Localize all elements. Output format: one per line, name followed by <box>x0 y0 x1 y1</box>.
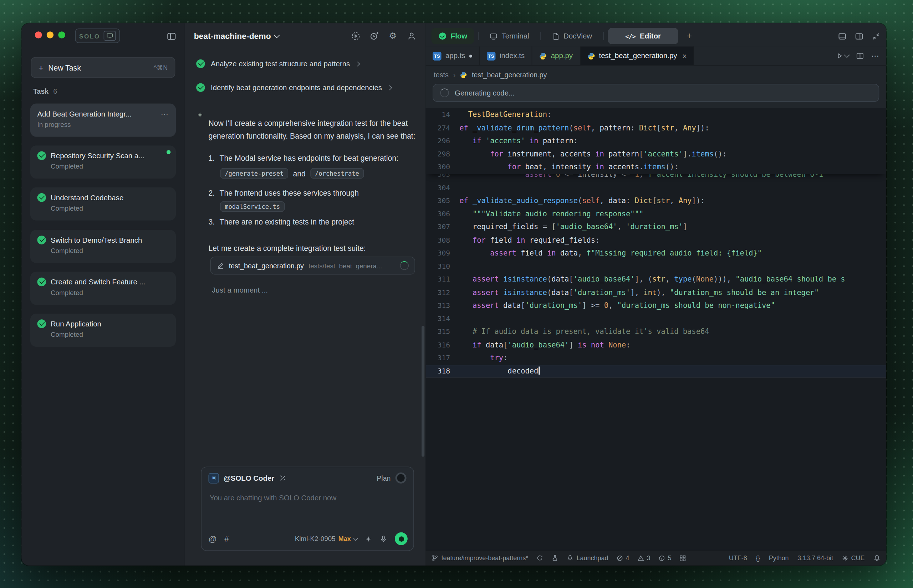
code-line[interactable]: 309 assert field in data, f"Missing requ… <box>426 247 886 260</box>
solo-mode-badge[interactable]: SOLO <box>75 29 120 43</box>
ports-icon[interactable] <box>679 555 686 561</box>
code-line[interactable]: 315 # If audio data is present, validate… <box>426 325 886 339</box>
agent-step-identify-endpoints[interactable]: Identify beat generation endpoints and d… <box>196 83 391 92</box>
breadcrumb-file[interactable]: test_beat_generation.py <box>472 71 547 79</box>
split-editor-icon[interactable] <box>856 52 864 60</box>
agent-panel-scrollbar[interactable] <box>422 326 424 457</box>
line-number[interactable]: 309 <box>426 247 459 260</box>
generated-file-card[interactable]: test_beat_generation.py tests/test_beat_… <box>210 257 415 275</box>
line-number[interactable]: 14 <box>426 108 459 121</box>
task-card-repository-security-scan[interactable]: Repository Security Scan a... Completed <box>30 145 176 179</box>
line-number[interactable]: 318 <box>426 365 459 378</box>
encoding-status[interactable]: UTF-8 <box>729 554 747 562</box>
file-tab-app-ts[interactable]: TS app.ts <box>426 47 480 65</box>
line-number[interactable]: 316 <box>426 338 459 351</box>
model-selector[interactable]: Kimi-K2-0905 Max <box>295 535 357 543</box>
line-number[interactable]: 311 <box>426 273 459 286</box>
layout-split-right-icon[interactable] <box>855 32 863 40</box>
add-view-button[interactable]: + <box>683 30 696 42</box>
tab-editor[interactable]: </> Editor <box>608 28 678 44</box>
line-number[interactable]: 298 <box>426 147 459 161</box>
enhance-sparkle-icon[interactable] <box>364 535 372 543</box>
code-line[interactable]: 306 """Validate audio rendering response… <box>426 207 886 221</box>
git-branch-status[interactable]: feature/improve-beat-patterns* <box>432 554 528 562</box>
line-number[interactable]: 314 <box>426 312 459 325</box>
code-line[interactable]: 310 <box>426 260 886 273</box>
line-number[interactable]: 317 <box>426 351 459 365</box>
error-count[interactable]: 4 <box>616 554 629 562</box>
account-icon[interactable] <box>406 31 416 41</box>
more-actions-icon[interactable]: ⋯ <box>871 51 879 61</box>
plan-mode-label[interactable]: Plan <box>377 474 390 482</box>
task-card-run-application[interactable]: Run Application Completed <box>30 313 176 347</box>
eol-braces-status[interactable]: {} <box>756 554 760 562</box>
project-selector[interactable]: beat-machine-demo <box>194 31 279 40</box>
run-file-button[interactable] <box>836 52 849 60</box>
line-number[interactable]: 308 <box>426 234 459 247</box>
code-line[interactable]: 298 for instrument, accents in pattern['… <box>426 147 886 161</box>
code-chip-orchestrate[interactable]: /orchestrate <box>310 168 364 179</box>
cue-status[interactable]: CUE <box>842 554 864 562</box>
notifications-bell-icon[interactable] <box>873 554 881 562</box>
task-card-switch-branch[interactable]: Switch to Demo/Test Branch Completed <box>30 230 176 263</box>
flow-run-icon[interactable] <box>351 31 361 41</box>
line-number[interactable]: 312 <box>426 286 459 299</box>
line-number[interactable]: 310 <box>426 260 459 273</box>
code-line[interactable]: 305ef _validate_audio_response(self, dat… <box>426 194 886 207</box>
sidebar-toggle-icon[interactable] <box>167 31 177 41</box>
minimize-button[interactable] <box>47 31 54 39</box>
beaker-icon[interactable] <box>551 554 558 562</box>
code-line[interactable]: 318 decoded <box>426 365 886 378</box>
line-number[interactable]: 306 <box>426 207 459 221</box>
layout-panel-bottom-icon[interactable] <box>838 32 846 40</box>
send-button[interactable] <box>395 532 408 545</box>
code-line[interactable]: 274ef _validate_drum_pattern(self, patte… <box>426 121 886 134</box>
code-line[interactable]: 316 if data['audio_base64'] is not None: <box>426 338 886 351</box>
code-chip-modal-service[interactable]: modalService.ts <box>220 201 285 212</box>
line-number[interactable]: 300 <box>426 161 459 174</box>
tab-flow[interactable]: Flow <box>432 28 474 44</box>
tab-docview[interactable]: DocView <box>545 28 599 44</box>
python-runtime-status[interactable]: 3.13.7 64-bit <box>798 554 833 562</box>
microphone-icon[interactable] <box>379 535 387 543</box>
line-number[interactable]: 305 <box>426 194 459 207</box>
zoom-button[interactable] <box>58 31 65 39</box>
code-line[interactable]: 313 assert data['duration_ms'] >= 0, "du… <box>426 299 886 312</box>
line-number[interactable]: 313 <box>426 299 459 312</box>
task-card-create-feature-branch[interactable]: Create and Switch Feature ... Completed <box>30 271 176 305</box>
line-number[interactable]: 274 <box>426 121 459 134</box>
file-tab-index-ts[interactable]: TS index.ts <box>480 47 532 65</box>
code-line[interactable]: 317 try: <box>426 351 886 365</box>
tools-icon[interactable] <box>279 474 287 482</box>
task-card-understand-codebase[interactable]: Understand Codebase Completed <box>30 187 176 221</box>
chat-placeholder[interactable]: You are chatting with SOLO Coder now <box>210 494 336 502</box>
mention-icon[interactable]: @ <box>208 534 217 543</box>
info-count[interactable]: 5 <box>658 554 671 562</box>
file-tab-test-beat-generation[interactable]: test_beat_generation.py × <box>580 47 694 65</box>
line-number[interactable]: 296 <box>426 134 459 147</box>
breadcrumb[interactable]: tests › test_beat_generation.py <box>426 67 886 82</box>
code-editor[interactable]: 14 TestBeatGeneration:274ef _validate_dr… <box>426 108 886 550</box>
line-number[interactable]: 307 <box>426 221 459 234</box>
sync-icon[interactable] <box>536 554 544 562</box>
task-menu-icon[interactable]: ⋯ <box>161 110 169 118</box>
line-number[interactable]: 315 <box>426 325 459 339</box>
chat-input-box[interactable]: ▣ @SOLO Coder Plan You are chatting with… <box>201 467 414 551</box>
plan-toggle[interactable] <box>395 473 406 484</box>
code-line[interactable]: 300 for beat, intensity in accents.items… <box>426 161 886 174</box>
new-task-button[interactable]: + New Task ^⌘N <box>31 57 175 78</box>
code-line[interactable]: 314 <box>426 312 886 325</box>
history-icon[interactable] <box>369 31 379 41</box>
language-mode-status[interactable]: Python <box>769 554 789 562</box>
close-button[interactable] <box>35 31 42 39</box>
tab-terminal[interactable]: Terminal <box>483 28 536 44</box>
code-chip-generate-preset[interactable]: /generate-preset <box>220 168 288 179</box>
code-line[interactable]: 312 assert isinstance(data['duration_ms'… <box>426 286 886 299</box>
line-number[interactable]: 303 <box>426 174 459 181</box>
agent-step-analyze-tests[interactable]: Analyze existing test structure and patt… <box>196 60 359 68</box>
code-line[interactable]: 307 required_fields = ['audio_base64', '… <box>426 221 886 234</box>
warning-count[interactable]: 3 <box>637 554 650 562</box>
settings-gear-icon[interactable]: ⚙ <box>388 31 398 41</box>
code-line[interactable]: 311 assert isinstance(data['audio_base64… <box>426 273 886 286</box>
close-tab-icon[interactable]: × <box>682 51 686 60</box>
